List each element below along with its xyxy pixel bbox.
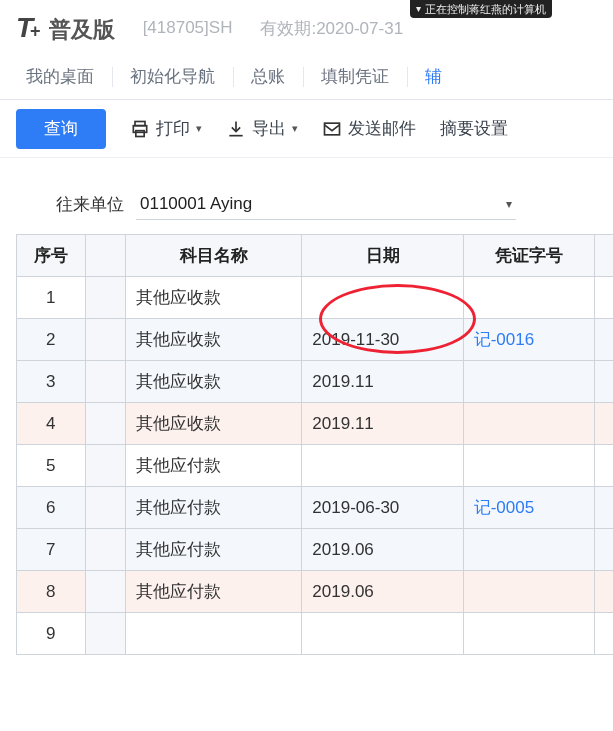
data-table: 序号 科目名称 日期 凭证字号 1其他应收款2其他应收款2019-11-30记-… <box>16 234 613 655</box>
cell-handle <box>85 487 125 529</box>
cell-handle <box>85 529 125 571</box>
cell-date <box>302 445 463 487</box>
table-row[interactable]: 2其他应收款2019-11-30记-0016 <box>17 319 614 361</box>
cell-subject: 其他应付款 <box>125 529 301 571</box>
print-label: 打印 <box>156 117 190 140</box>
cell-edge <box>594 613 613 655</box>
cell-vno: 记-0016 <box>463 319 594 361</box>
cell-date: 2019-11-30 <box>302 319 463 361</box>
export-button[interactable]: 导出 ▾ <box>226 117 298 140</box>
brand-plus: + <box>30 21 41 42</box>
cell-subject: 其他应收款 <box>125 319 301 361</box>
cell-vno: 记-0005 <box>463 487 594 529</box>
tab-2[interactable]: 总账 <box>233 55 303 99</box>
table-row[interactable]: 4其他应收款2019.11 <box>17 403 614 445</box>
cell-vno <box>463 361 594 403</box>
table-row[interactable]: 6其他应付款2019-06-30记-0005 <box>17 487 614 529</box>
cell-seq: 5 <box>17 445 86 487</box>
voucher-link[interactable]: 记-0005 <box>474 498 534 517</box>
cell-date: 2019-06-30 <box>302 487 463 529</box>
remote-control-bar: ▾ 正在控制蒋红燕的计算机 <box>410 0 552 18</box>
tab-0[interactable]: 我的桌面 <box>8 55 112 99</box>
cell-subject: 其他应收款 <box>125 361 301 403</box>
chevron-down-icon: ▾ <box>292 122 298 135</box>
cell-handle <box>85 445 125 487</box>
remote-control-text: 正在控制蒋红燕的计算机 <box>425 1 546 17</box>
cell-seq: 6 <box>17 487 86 529</box>
col-seq[interactable]: 序号 <box>17 235 86 277</box>
voucher-link[interactable]: 记-0016 <box>474 330 534 349</box>
cell-date: 2019.11 <box>302 361 463 403</box>
cell-edge <box>594 445 613 487</box>
print-button[interactable]: 打印 ▾ <box>130 117 202 140</box>
cell-seq: 3 <box>17 361 86 403</box>
col-handle <box>85 235 125 277</box>
table-body: 1其他应收款2其他应收款2019-11-30记-00163其他应收款2019.1… <box>17 277 614 655</box>
table-header-row: 序号 科目名称 日期 凭证字号 <box>17 235 614 277</box>
cell-seq: 7 <box>17 529 86 571</box>
table-row[interactable]: 9 <box>17 613 614 655</box>
chevron-down-icon: ▾ <box>506 197 512 211</box>
export-icon <box>226 119 246 139</box>
summary-settings-button[interactable]: 摘要设置 <box>440 117 508 140</box>
cell-date <box>302 613 463 655</box>
expiry-label: 有效期:2020-07-31 <box>260 17 403 40</box>
col-edge <box>594 235 613 277</box>
tab-1[interactable]: 初始化导航 <box>112 55 233 99</box>
cell-vno <box>463 445 594 487</box>
cell-handle <box>85 613 125 655</box>
mail-icon <box>322 119 342 139</box>
tab-3[interactable]: 填制凭证 <box>303 55 407 99</box>
cell-subject: 其他应付款 <box>125 445 301 487</box>
toolbar: 查询 打印 ▾ 导出 ▾ 发送邮件 摘要设置 <box>0 100 613 158</box>
cell-seq: 8 <box>17 571 86 613</box>
print-icon <box>130 119 150 139</box>
tab-4[interactable]: 辅 <box>407 55 460 99</box>
summary-label: 摘要设置 <box>440 117 508 140</box>
cell-handle <box>85 571 125 613</box>
table-row[interactable]: 7其他应付款2019.06 <box>17 529 614 571</box>
cell-subject: 其他应付款 <box>125 487 301 529</box>
table-row[interactable]: 5其他应付款 <box>17 445 614 487</box>
brand-logo: T + 普及版 <box>16 12 115 45</box>
cell-vno <box>463 613 594 655</box>
table-row[interactable]: 8其他应付款2019.06 <box>17 571 614 613</box>
download-icon: ▾ <box>416 1 421 17</box>
cell-handle <box>85 319 125 361</box>
cell-edge <box>594 277 613 319</box>
partner-label: 往来单位 <box>56 193 124 216</box>
col-date[interactable]: 日期 <box>302 235 463 277</box>
cell-date: 2019.06 <box>302 529 463 571</box>
cell-subject: 其他应收款 <box>125 277 301 319</box>
cell-vno <box>463 529 594 571</box>
export-label: 导出 <box>252 117 286 140</box>
brand-edition: 普及版 <box>49 15 115 45</box>
cell-edge <box>594 361 613 403</box>
cell-subject <box>125 613 301 655</box>
org-code: [418705]SH <box>143 18 233 38</box>
partner-select[interactable]: 0110001 Aying ▾ <box>136 188 516 220</box>
table-row[interactable]: 3其他应收款2019.11 <box>17 361 614 403</box>
filter-row: 往来单位 0110001 Aying ▾ <box>0 158 613 234</box>
table-row[interactable]: 1其他应收款 <box>17 277 614 319</box>
cell-vno <box>463 571 594 613</box>
cell-edge <box>594 403 613 445</box>
query-button[interactable]: 查询 <box>16 109 106 149</box>
cell-seq: 4 <box>17 403 86 445</box>
svg-rect-3 <box>325 123 340 135</box>
col-vno[interactable]: 凭证字号 <box>463 235 594 277</box>
mail-label: 发送邮件 <box>348 117 416 140</box>
cell-subject: 其他应付款 <box>125 571 301 613</box>
send-mail-button[interactable]: 发送邮件 <box>322 117 416 140</box>
cell-seq: 1 <box>17 277 86 319</box>
cell-handle <box>85 277 125 319</box>
partner-value: 0110001 Aying <box>140 194 252 214</box>
col-subject[interactable]: 科目名称 <box>125 235 301 277</box>
cell-date: 2019.06 <box>302 571 463 613</box>
chevron-down-icon: ▾ <box>196 122 202 135</box>
cell-date <box>302 277 463 319</box>
nav-tabs: 我的桌面初始化导航总账填制凭证辅 <box>0 56 613 100</box>
cell-edge <box>594 487 613 529</box>
cell-edge <box>594 319 613 361</box>
table-wrap: 序号 科目名称 日期 凭证字号 1其他应收款2其他应收款2019-11-30记-… <box>0 234 613 655</box>
